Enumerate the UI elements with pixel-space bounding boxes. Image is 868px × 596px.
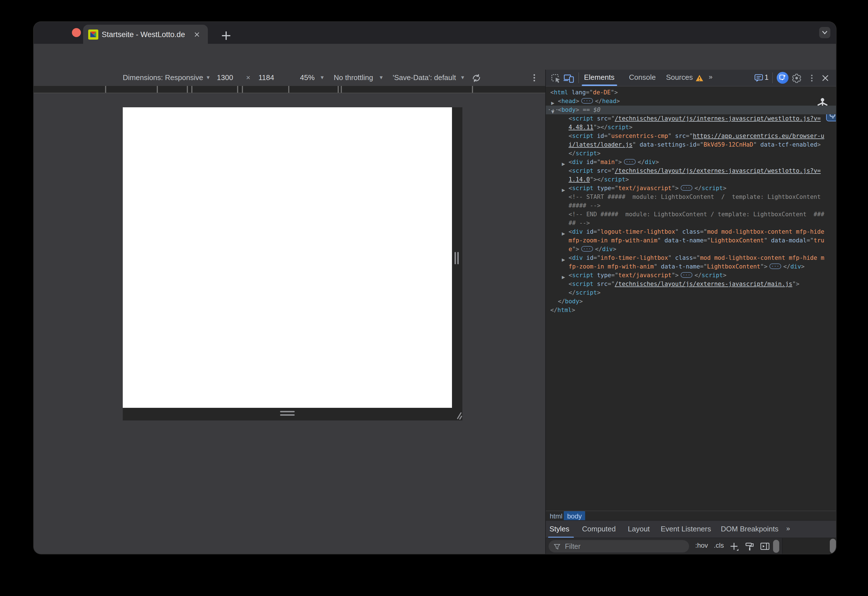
page-viewport[interactable] bbox=[123, 107, 452, 408]
more-sidebar-tabs-button[interactable]: » bbox=[786, 525, 790, 533]
dom-tree-line[interactable]: <!-- END ##### module: LightboxContent /… bbox=[546, 210, 836, 219]
viewport-resize-handle-bottom[interactable] bbox=[280, 411, 295, 412]
media-query-divider[interactable] bbox=[187, 86, 188, 93]
media-query-divider[interactable] bbox=[242, 86, 243, 93]
code-token: BkVd59-12CnHaD bbox=[703, 141, 753, 148]
code-token: class bbox=[675, 254, 693, 261]
code-token: data-t-name bbox=[664, 237, 703, 244]
dom-tree-line[interactable]: <html lang="de-DE"> bbox=[546, 88, 836, 97]
tab-close-icon[interactable] bbox=[194, 31, 200, 38]
more-panels-button[interactable]: » bbox=[709, 73, 712, 81]
inspect-element-button[interactable] bbox=[550, 72, 561, 84]
dimensions-select[interactable]: Dimensions: Responsive bbox=[123, 73, 203, 82]
dom-tree-line[interactable]: </script> bbox=[546, 288, 836, 297]
settings-gear-button[interactable] bbox=[791, 73, 802, 83]
dom-tree-line[interactable]: i/latest/loader.js" data-settings-id="Bk… bbox=[546, 140, 836, 149]
inline-expand-button[interactable]: ··· bbox=[681, 272, 692, 278]
dom-tree-line[interactable]: ···▼<body> == $0 bbox=[546, 106, 836, 114]
code-token: =" bbox=[593, 254, 601, 261]
device-toolbar-toggle-button[interactable] bbox=[563, 72, 574, 84]
dom-tree-line[interactable]: mfp-zoom-in mfp-with-anim" data-t-name="… bbox=[546, 236, 836, 245]
inline-expand-button[interactable]: ··· bbox=[581, 246, 593, 252]
viewport-resize-handle-right[interactable] bbox=[457, 252, 459, 264]
tab-event-listeners[interactable]: Event Listeners bbox=[661, 525, 711, 533]
dom-tree-line[interactable]: e">···</div> bbox=[546, 245, 836, 254]
dom-tree-line[interactable]: ▶<script type="text/javascript">···</scr… bbox=[546, 184, 836, 193]
media-query-divider[interactable] bbox=[472, 86, 473, 93]
media-query-divider[interactable] bbox=[341, 86, 342, 93]
devtools-scrollbar-thumb[interactable] bbox=[830, 539, 836, 553]
breadcrumb-body[interactable]: body bbox=[564, 511, 585, 521]
dom-tree-line[interactable]: ▶<div id="main">···</div> bbox=[546, 158, 836, 167]
dom-tree-line[interactable]: </script> bbox=[546, 149, 836, 158]
dom-tree-line[interactable]: <script src="/technisches/layout/js/inte… bbox=[546, 114, 836, 123]
media-query-divider[interactable] bbox=[105, 86, 106, 93]
dom-tree-line[interactable]: 1.14.0"></script> bbox=[546, 175, 836, 184]
dom-tree-line[interactable]: <!-- START ##### module: LightboxContent… bbox=[546, 193, 836, 201]
media-query-divider[interactable] bbox=[157, 86, 158, 93]
inline-expand-button[interactable]: ··· bbox=[624, 159, 636, 165]
element-classes-button[interactable]: .cls bbox=[714, 541, 724, 549]
tab-dom-breakpoints[interactable]: DOM Breakpoints bbox=[721, 525, 778, 533]
inline-expand-button[interactable]: ··· bbox=[581, 98, 593, 104]
dom-tree-line[interactable]: ## --> bbox=[546, 219, 836, 227]
code-token: > bbox=[576, 98, 579, 105]
breadcrumb-html[interactable]: html bbox=[550, 512, 562, 520]
code-token: "></ bbox=[593, 124, 608, 131]
tab-sources[interactable]: Sources bbox=[666, 73, 693, 82]
code-token: src bbox=[597, 167, 608, 174]
code-token: script bbox=[604, 176, 625, 183]
rotate-viewport-button[interactable] bbox=[471, 72, 482, 84]
dom-tree-line[interactable]: ▶<head>···</head> bbox=[546, 97, 836, 106]
tab-styles[interactable]: Styles bbox=[549, 525, 570, 533]
dom-tree-line[interactable]: ##### --> bbox=[546, 201, 836, 210]
viewport-resize-handle-bottom[interactable] bbox=[280, 414, 295, 416]
zoom-select[interactable]: 45% bbox=[300, 73, 314, 82]
media-query-divider[interactable] bbox=[338, 86, 339, 93]
dom-tree-line[interactable]: <script src="/technisches/layout/js/exte… bbox=[546, 280, 836, 288]
tab-console[interactable]: Console bbox=[629, 73, 655, 82]
code-token: > bbox=[629, 124, 633, 131]
browser-tab[interactable]: Startseite - WestLotto.de bbox=[83, 25, 208, 44]
dom-tree-line[interactable]: ▶<div id="info-timer-lightbox" class="mo… bbox=[546, 254, 836, 262]
code-token: e bbox=[568, 246, 572, 252]
toggle-sidebar-panel-button[interactable] bbox=[760, 541, 770, 551]
issues-icon[interactable] bbox=[754, 73, 764, 83]
dom-tree-line[interactable]: <script id="usercentrics-cmp" src="https… bbox=[546, 132, 836, 140]
styles-filter-input[interactable] bbox=[564, 541, 683, 551]
throttling-select[interactable]: No throttling bbox=[334, 73, 373, 82]
devtools-menu-button[interactable] bbox=[806, 73, 817, 83]
viewport-resize-handle-corner[interactable] bbox=[452, 409, 462, 420]
styles-scrollbar-thumb[interactable] bbox=[773, 540, 779, 553]
inline-expand-button[interactable]: ··· bbox=[681, 185, 692, 191]
tab-computed[interactable]: Computed bbox=[582, 525, 616, 533]
dom-tree-line[interactable]: </body> bbox=[546, 297, 836, 306]
rendering-brush-button[interactable] bbox=[745, 541, 755, 551]
new-tab-button[interactable] bbox=[218, 28, 234, 44]
tab-search-button[interactable] bbox=[819, 27, 830, 38]
tab-elements[interactable]: Elements bbox=[584, 73, 614, 82]
issues-count[interactable]: 1 bbox=[765, 73, 769, 81]
media-query-bar[interactable] bbox=[34, 86, 545, 93]
dom-tree-line[interactable]: fp-zoom-in mfp-with-anim" data-t-name="L… bbox=[546, 262, 836, 271]
devtools-close-button[interactable] bbox=[821, 73, 830, 83]
ai-assistance-button[interactable] bbox=[777, 72, 788, 84]
dom-tree-line[interactable]: 4.48.11"></script> bbox=[546, 123, 836, 132]
media-query-divider[interactable] bbox=[288, 86, 289, 93]
dom-tree-line[interactable]: </html> bbox=[546, 306, 836, 314]
inline-expand-button[interactable]: ··· bbox=[769, 263, 781, 269]
toggle-element-state-button[interactable]: :hov bbox=[695, 541, 708, 549]
media-query-divider[interactable] bbox=[191, 86, 192, 93]
viewport-height-field[interactable]: 1184 bbox=[258, 73, 274, 82]
dom-tree-line[interactable]: <script src="/technisches/layout/js/exte… bbox=[546, 167, 836, 175]
window-close-button[interactable] bbox=[72, 28, 81, 37]
dom-tree-line[interactable]: ▶<script type="text/javascript">···</scr… bbox=[546, 271, 836, 280]
viewport-resize-handle-right[interactable] bbox=[455, 252, 456, 264]
dom-tree-line[interactable]: ▶<div id="logout-timer-lightbox" class="… bbox=[546, 227, 836, 236]
new-style-rule-button[interactable] bbox=[729, 541, 739, 551]
device-toolbar-menu-button[interactable] bbox=[528, 72, 540, 83]
save-data-select[interactable]: 'Save-Data': default bbox=[393, 73, 456, 82]
media-query-divider[interactable] bbox=[237, 86, 238, 93]
tab-layout[interactable]: Layout bbox=[628, 525, 650, 533]
viewport-width-field[interactable]: 1300 bbox=[217, 73, 233, 82]
